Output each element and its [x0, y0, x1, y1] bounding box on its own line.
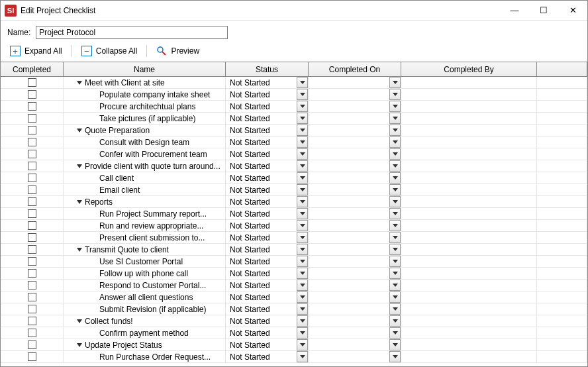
completed-on-dropdown-button[interactable] — [389, 77, 401, 88]
completed-checkbox[interactable] — [28, 209, 36, 218]
status-cell[interactable]: Not Started — [226, 244, 309, 255]
column-header-status[interactable]: Status — [226, 62, 309, 76]
table-row[interactable]: Transmit Quote to clientNot Started — [1, 244, 587, 256]
table-row[interactable]: Submit Revision (if applicable)Not Start… — [1, 303, 587, 315]
status-dropdown-button[interactable] — [297, 136, 308, 148]
completed-on-dropdown-button[interactable] — [389, 89, 401, 100]
completed-on-cell[interactable] — [309, 244, 401, 255]
table-row[interactable]: Follow up with phone callNot Started — [1, 268, 587, 280]
completed-on-cell[interactable] — [309, 268, 401, 279]
table-row[interactable]: Call clientNot Started — [1, 172, 587, 184]
expander-icon[interactable] — [77, 164, 82, 168]
completed-checkbox[interactable] — [28, 102, 36, 111]
status-cell[interactable]: Not Started — [226, 184, 309, 195]
name-cell[interactable]: Provide client with quote turn around... — [64, 160, 226, 172]
status-cell[interactable]: Not Started — [226, 280, 309, 291]
completed-on-cell[interactable] — [309, 89, 401, 100]
completed-by-cell[interactable] — [401, 291, 537, 303]
table-row[interactable]: Consult with Design teamNot Started — [1, 136, 587, 148]
completed-checkbox[interactable] — [28, 341, 36, 349]
name-cell[interactable]: Respond to Customer Portal... — [64, 280, 226, 291]
completed-checkbox[interactable] — [28, 305, 36, 313]
completed-by-cell[interactable] — [401, 268, 537, 279]
completed-checkbox[interactable] — [28, 257, 36, 266]
completed-checkbox[interactable] — [28, 138, 36, 146]
table-row[interactable]: Run and review appropriate...Not Started — [1, 220, 587, 232]
completed-checkbox[interactable] — [28, 197, 36, 206]
collapse-all-button[interactable]: − Collapse All — [77, 44, 142, 58]
expander-icon[interactable] — [77, 248, 82, 252]
completed-by-cell[interactable] — [401, 89, 537, 100]
completed-on-cell[interactable] — [309, 280, 401, 291]
close-button[interactable]: ✕ — [558, 1, 587, 21]
name-cell[interactable]: Run Purchase Order Request... — [64, 351, 226, 362]
table-row[interactable]: Quote PreparationNot Started — [1, 125, 587, 136]
status-dropdown-button[interactable] — [297, 160, 308, 172]
status-dropdown-button[interactable] — [297, 208, 308, 219]
table-row[interactable]: Procure architechtual plansNot Started — [1, 101, 587, 113]
name-cell[interactable]: Run and review appropriate... — [64, 220, 226, 231]
completed-on-cell[interactable] — [309, 148, 401, 160]
completed-by-cell[interactable] — [401, 148, 537, 160]
status-dropdown-button[interactable] — [297, 339, 308, 350]
status-dropdown-button[interactable] — [297, 315, 308, 327]
completed-on-dropdown-button[interactable] — [389, 172, 401, 184]
completed-on-cell[interactable] — [309, 220, 401, 231]
status-cell[interactable]: Not Started — [226, 351, 309, 362]
completed-on-dropdown-button[interactable] — [389, 303, 401, 315]
completed-checkbox[interactable] — [28, 150, 36, 158]
status-cell[interactable]: Not Started — [226, 220, 309, 231]
status-dropdown-button[interactable] — [297, 256, 308, 267]
table-row[interactable]: ReportsNot Started — [1, 196, 587, 208]
status-dropdown-button[interactable] — [297, 101, 308, 112]
status-dropdown-button[interactable] — [297, 113, 308, 124]
table-row[interactable]: Present client submission to...Not Start… — [1, 232, 587, 244]
status-cell[interactable]: Not Started — [226, 268, 309, 279]
status-dropdown-button[interactable] — [297, 148, 308, 160]
name-cell[interactable]: Email client — [64, 184, 226, 195]
status-dropdown-button[interactable] — [297, 77, 308, 88]
table-row[interactable]: Collect funds!Not Started — [1, 315, 587, 327]
status-dropdown-button[interactable] — [297, 327, 308, 339]
completed-checkbox[interactable] — [28, 293, 36, 301]
completed-by-cell[interactable] — [401, 232, 537, 243]
table-row[interactable]: Update Project StatusNot Started — [1, 339, 587, 351]
status-cell[interactable]: Not Started — [226, 113, 309, 124]
completed-by-cell[interactable] — [401, 101, 537, 112]
completed-checkbox[interactable] — [28, 90, 36, 99]
name-cell[interactable]: Present client submission to... — [64, 232, 226, 243]
completed-on-cell[interactable] — [309, 327, 401, 339]
expander-icon[interactable] — [77, 319, 82, 323]
completed-by-cell[interactable] — [401, 113, 537, 124]
name-cell[interactable]: Collect funds! — [64, 315, 226, 327]
status-cell[interactable]: Not Started — [226, 232, 309, 243]
completed-on-dropdown-button[interactable] — [389, 113, 401, 124]
column-header-completed-on[interactable]: Completed On — [309, 62, 401, 76]
status-dropdown-button[interactable] — [297, 232, 308, 243]
completed-checkbox[interactable] — [28, 78, 36, 87]
completed-by-cell[interactable] — [401, 327, 537, 339]
table-row[interactable]: Use SI Customer PortalNot Started — [1, 256, 587, 268]
completed-on-dropdown-button[interactable] — [389, 339, 401, 350]
name-cell[interactable]: Follow up with phone call — [64, 268, 226, 279]
completed-by-cell[interactable] — [401, 339, 537, 350]
completed-on-dropdown-button[interactable] — [389, 244, 401, 255]
column-header-completed-by[interactable]: Completed By — [401, 62, 537, 76]
minimize-button[interactable]: — — [500, 1, 529, 21]
status-dropdown-button[interactable] — [297, 280, 308, 291]
table-row[interactable]: Provide client with quote turn around...… — [1, 160, 587, 172]
completed-on-cell[interactable] — [309, 339, 401, 350]
table-row[interactable]: Meet with Client at siteNot Started — [1, 77, 587, 89]
completed-checkbox[interactable] — [28, 317, 36, 325]
status-cell[interactable]: Not Started — [226, 256, 309, 267]
name-cell[interactable]: Procure architechtual plans — [64, 101, 226, 112]
status-dropdown-button[interactable] — [297, 184, 308, 195]
completed-on-cell[interactable] — [309, 303, 401, 315]
completed-by-cell[interactable] — [401, 196, 537, 207]
table-row[interactable]: Take pictures (if applicable)Not Started — [1, 113, 587, 125]
completed-by-cell[interactable] — [401, 280, 537, 291]
expand-all-button[interactable]: + Expand All — [6, 44, 66, 58]
completed-on-cell[interactable] — [309, 315, 401, 327]
completed-checkbox[interactable] — [28, 185, 36, 194]
expander-icon[interactable] — [77, 81, 82, 85]
